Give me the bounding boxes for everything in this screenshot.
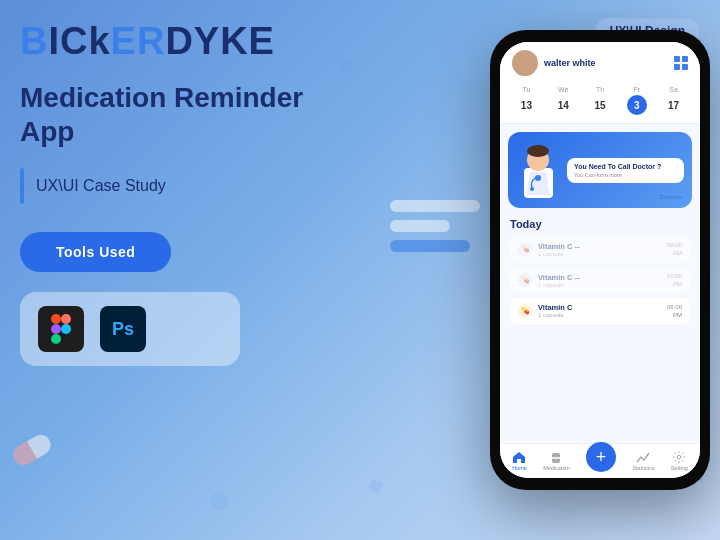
brand-name: BICkERDYKE (20, 20, 390, 63)
right-decorative-bars (390, 200, 480, 252)
nav-plus[interactable]: + (586, 450, 616, 472)
statistics-icon (636, 451, 650, 463)
brand-accent-b: B (20, 20, 48, 62)
phone-screen: walter white Tu 13 We 14 Th 15 Fr 3 (500, 42, 700, 478)
cal-num-15: 15 (590, 95, 610, 115)
tools-icons-container: Ps (20, 292, 240, 366)
svg-rect-1 (51, 314, 61, 324)
med-info-1: Vitamin C -- 1 capsule (538, 242, 661, 257)
figma-icon (38, 306, 84, 352)
headline-line2: App (20, 115, 390, 149)
med-time-1: 09:00AM (667, 241, 682, 258)
plus-button[interactable]: + (586, 442, 616, 472)
med-info-2: Vitamin C -- 1 capsule (538, 273, 661, 288)
pill-icon-3: 💊 (518, 304, 532, 318)
right-bar-2 (390, 220, 450, 232)
med-time-3: 06:00PM (667, 303, 682, 320)
med-dose-2: 1 capsule (538, 282, 661, 288)
nav-home-label: Home (512, 465, 527, 471)
banner-title: You Need To Call Doctor ? (574, 163, 677, 170)
phone-bottom-nav: Home Medication + Statistics (500, 443, 700, 478)
nav-setting-label: Setting (671, 465, 688, 471)
nav-home[interactable]: Home (512, 451, 527, 471)
headline-line1: Medication Reminder (20, 81, 390, 115)
med-item-3[interactable]: 💊 Vitamin C 1 capsule 06:00PM (510, 298, 690, 325)
right-bar-3 (390, 240, 470, 252)
nav-statistics-label: Statistics (632, 465, 654, 471)
svg-rect-2 (61, 314, 71, 324)
nav-statistics[interactable]: Statistics (632, 451, 654, 471)
cal-day-th[interactable]: Th 15 (590, 86, 610, 115)
svg-point-7 (516, 67, 534, 76)
svg-point-6 (520, 55, 530, 65)
today-label: Today (510, 218, 690, 230)
doctor-banner: You Need To Call Doctor ? You Can-form m… (508, 132, 692, 208)
calendar-strip: Tu 13 We 14 Th 15 Fr 3 Sa 17 (500, 82, 700, 124)
med-dose-1: 1 capsule (538, 251, 661, 257)
home-icon (512, 451, 526, 463)
cal-day-tu[interactable]: Tu 13 (516, 86, 536, 115)
doctor-figure (516, 140, 561, 200)
cal-label-we: We (558, 86, 568, 93)
svg-rect-3 (51, 324, 61, 334)
svg-rect-4 (61, 324, 71, 334)
cal-label-th: Th (596, 86, 604, 93)
brand-accent-er: ER (111, 20, 166, 62)
cal-label-fr: Fr (633, 86, 640, 93)
med-name-2: Vitamin C -- (538, 273, 661, 282)
photoshop-icon: Ps (100, 306, 146, 352)
svg-point-14 (530, 187, 534, 191)
pill-icon-2: 💊 (518, 273, 532, 287)
case-study-text: UX\UI Case Study (36, 177, 166, 195)
svg-point-13 (535, 175, 541, 181)
nav-setting[interactable]: Setting (671, 451, 688, 471)
med-name-3: Vitamin C (538, 303, 661, 312)
tools-used-button[interactable]: Tools Used (20, 232, 171, 272)
svg-point-10 (527, 145, 549, 157)
med-info-3: Vitamin C 1 capsule (538, 303, 661, 318)
cal-num-13: 13 (516, 95, 536, 115)
cal-day-sa[interactable]: Sa 17 (664, 86, 684, 115)
case-study-label: UX\UI Case Study (20, 168, 390, 204)
med-item-1[interactable]: 💊 Vitamin C -- 1 capsule 09:00AM (510, 236, 690, 263)
cal-num-3: 3 (627, 95, 647, 115)
banner-sub: You Can-form more (574, 172, 677, 178)
cal-label-tu: Tu (522, 86, 530, 93)
grid-icon[interactable] (674, 56, 688, 70)
avatar (512, 50, 538, 76)
cal-day-we[interactable]: We 14 (553, 86, 573, 115)
banner-text-box: You Need To Call Doctor ? You Can-form m… (567, 158, 684, 183)
cal-day-fr[interactable]: Fr 3 (627, 86, 647, 115)
cal-num-14: 14 (553, 95, 573, 115)
medication-icon (549, 451, 563, 463)
pill-icon-1: 💊 (518, 242, 532, 256)
brand-normal-2: DYKE (165, 20, 275, 62)
cal-num-17: 17 (664, 95, 684, 115)
med-item-2[interactable]: 💊 Vitamin C -- 1 capsule 01:00PM (510, 267, 690, 294)
left-panel: BICkERDYKE Medication Reminder App UX\UI… (20, 20, 390, 530)
phone-header: walter white (500, 42, 700, 82)
user-name: walter white (544, 58, 674, 68)
right-bar-1 (390, 200, 480, 212)
nav-medication[interactable]: Medication (543, 451, 570, 471)
svg-rect-5 (51, 334, 61, 344)
med-time-2: 01:00PM (667, 272, 682, 289)
phone-mockup: walter white Tu 13 We 14 Th 15 Fr 3 (490, 30, 710, 490)
settings-icon (672, 451, 686, 463)
med-name-1: Vitamin C -- (538, 242, 661, 251)
nav-medication-label: Medication (543, 465, 570, 471)
svg-point-17 (678, 455, 681, 458)
headline: Medication Reminder App (20, 81, 390, 148)
cal-label-sa: Sa (669, 86, 678, 93)
today-section: Today 💊 Vitamin C -- 1 capsule 09:00AM 💊… (500, 212, 700, 443)
brand-normal-1: ICk (48, 20, 110, 62)
med-dose-3: 1 capsule (538, 312, 661, 318)
explore-button[interactable]: Explore (660, 194, 682, 200)
case-study-bar (20, 168, 24, 204)
